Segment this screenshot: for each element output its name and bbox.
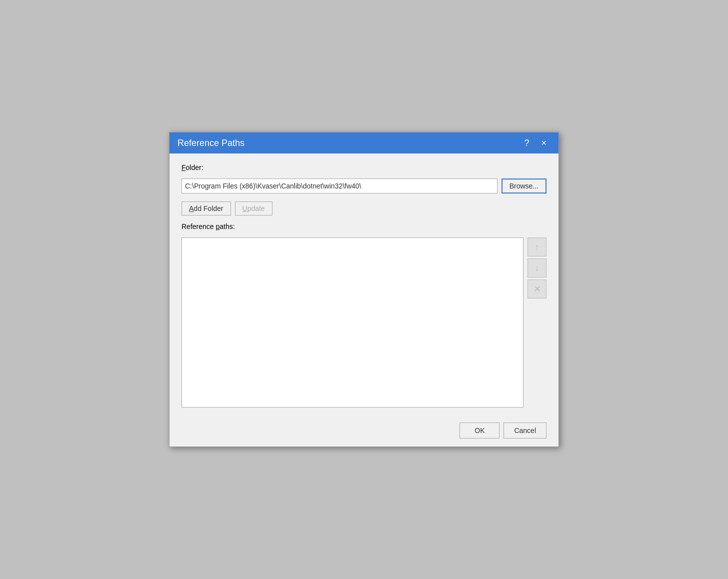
down-arrow-icon: ↓ bbox=[535, 263, 540, 274]
cancel-button[interactable]: Cancel bbox=[504, 422, 546, 438]
footer: OK Cancel bbox=[170, 418, 558, 446]
ok-button[interactable]: OK bbox=[460, 422, 500, 438]
folder-input[interactable] bbox=[182, 178, 498, 194]
folder-label-underline: F bbox=[182, 164, 186, 172]
ref-paths-underline: p bbox=[216, 222, 220, 230]
ref-paths-label-container: Reference paths: bbox=[182, 222, 546, 230]
folder-label: Folder: bbox=[182, 164, 546, 172]
folder-row: Browse... bbox=[182, 178, 546, 194]
list-controls: ↑ ↓ ✕ bbox=[528, 238, 546, 298]
up-arrow-icon: ↑ bbox=[535, 242, 540, 252]
add-folder-button[interactable]: Add Folder bbox=[182, 202, 231, 216]
move-up-button[interactable]: ↑ bbox=[528, 238, 546, 256]
browse-button[interactable]: Browse... bbox=[502, 178, 546, 194]
dialog-body: Folder: Browse... Add Folder Update Refe… bbox=[170, 154, 558, 418]
title-bar-controls: ? × bbox=[520, 138, 550, 148]
help-button[interactable]: ? bbox=[520, 138, 533, 148]
update-underline: U bbox=[242, 204, 248, 212]
title-bar: Reference Paths ? × bbox=[170, 132, 558, 154]
close-button[interactable]: × bbox=[537, 138, 550, 148]
action-row: Add Folder Update bbox=[182, 202, 546, 216]
dialog-title: Reference Paths bbox=[178, 138, 244, 148]
reference-paths-dialog: Reference Paths ? × Folder: Browse... Ad… bbox=[169, 132, 559, 447]
ref-paths-row: ↑ ↓ ✕ bbox=[182, 238, 546, 408]
add-folder-underline: A bbox=[189, 204, 194, 212]
update-button[interactable]: Update bbox=[235, 202, 272, 216]
move-down-button[interactable]: ↓ bbox=[528, 258, 546, 278]
remove-icon: ✕ bbox=[534, 284, 541, 294]
ref-paths-list[interactable] bbox=[182, 238, 524, 408]
remove-button[interactable]: ✕ bbox=[528, 280, 546, 298]
